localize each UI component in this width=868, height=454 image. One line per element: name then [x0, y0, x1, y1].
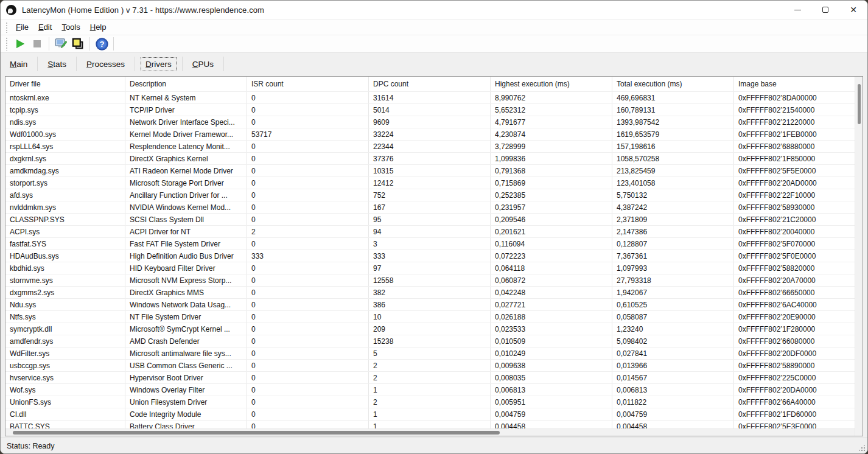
cell: ntoskrnl.exe [5, 92, 125, 103]
window-controls: ✕ [783, 1, 867, 19]
cell: usbccgp.sys [5, 360, 125, 371]
tab-processes[interactable]: Processes [82, 58, 129, 71]
table-row[interactable]: fastfat.SYSFast FAT File System Driver03… [5, 237, 855, 250]
cell: Wof.sys [5, 384, 125, 396]
cell: 0xFFFFF802’20A70000 [734, 274, 855, 286]
cell: symcryptk.dll [5, 323, 125, 335]
column-header-driver-file[interactable]: Driver file [5, 77, 125, 91]
maximize-button[interactable] [811, 1, 839, 19]
cell: NT File System Driver [125, 311, 247, 323]
table-row[interactable]: dxgmms2.sysDirectX Graphics MMS03820,042… [5, 286, 855, 298]
table-row[interactable]: amdfendr.sysAMD Crash Defender0152380,01… [5, 335, 855, 347]
cell: 0,026188 [491, 311, 612, 323]
menu-edit[interactable]: Edit [34, 21, 56, 33]
table-row[interactable]: afd.sysAncillary Function Driver for ...… [5, 189, 855, 201]
cell: 0,027721 [491, 299, 612, 310]
horizontal-scrollbar-thumb[interactable] [13, 431, 500, 435]
cell: 0,116094 [491, 238, 612, 250]
cell: 0xFFFFF802’20DF0000 [734, 347, 855, 359]
cell: Microsoft NVM Express Storp... [125, 274, 247, 286]
cell: 1,23240 [612, 323, 734, 335]
vertical-scrollbar[interactable] [855, 77, 863, 436]
cell: 0,011822 [612, 396, 734, 408]
menu-help[interactable]: Help [86, 21, 111, 33]
report-windows-button[interactable] [69, 36, 86, 52]
cell: 213,825459 [612, 165, 734, 176]
cell: 0,201621 [491, 226, 612, 237]
tab-stats[interactable]: Stats [43, 58, 71, 71]
play-icon [16, 40, 24, 48]
column-header-isr-count[interactable]: ISR count [247, 77, 369, 91]
tab-main[interactable]: Main [5, 58, 32, 71]
cell: 0xFFFFF802’58930000 [734, 201, 855, 213]
cell: 333 [247, 250, 369, 262]
table-row[interactable]: dxgkrnl.sysDirectX Graphics Kernel037376… [5, 152, 855, 164]
cell: 12558 [369, 274, 491, 286]
menu-tools[interactable]: Tools [57, 21, 84, 33]
cell: 0,008035 [491, 372, 612, 383]
minimize-button[interactable] [783, 1, 811, 19]
table-row[interactable]: ACPI.sysACPI Driver for NT2940,2016212,1… [5, 225, 855, 237]
close-icon: ✕ [850, 5, 857, 14]
toolbar-separator [49, 37, 49, 51]
start-monitor-button[interactable] [12, 36, 29, 52]
column-header-total-execution-ms[interactable]: Total execution (ms) [612, 77, 734, 91]
table-row[interactable]: storport.sysMicrosoft Storage Port Drive… [5, 176, 855, 189]
cell: 0,072223 [491, 250, 612, 262]
tab-cpus[interactable]: CPUs [188, 58, 218, 71]
table-row[interactable]: hvservice.sysHypervisor Boot Driver020,0… [5, 371, 855, 383]
menubar-gripper[interactable] [5, 22, 9, 33]
cell: 4,230874 [491, 128, 612, 140]
cell: 0xFFFFF802’66A40000 [734, 396, 855, 408]
help-button[interactable]: ? [93, 36, 110, 52]
cell: 10315 [369, 165, 491, 176]
table-row[interactable]: ntoskrnl.exeNT Kernel & System0316148,99… [5, 91, 855, 103]
table-row[interactable]: Ntfs.sysNT File System Driver0100,026188… [5, 310, 855, 323]
vertical-scrollbar-thumb[interactable] [858, 84, 861, 124]
column-header-description[interactable]: Description [125, 77, 247, 91]
cell: 167 [369, 201, 491, 213]
table-row[interactable]: nvlddmkm.sysNVIDIA Windows Kernel Mod...… [5, 201, 855, 213]
cell: Windows Network Data Usag... [125, 299, 247, 310]
tab-drivers[interactable]: Drivers [141, 57, 177, 71]
column-header-dpc-count[interactable]: DPC count [369, 77, 491, 91]
menu-file[interactable]: File [12, 21, 33, 33]
cell: ACPI.sys [5, 226, 125, 237]
table-row[interactable]: Wdf01000.sysKernel Mode Driver Framewor.… [5, 128, 855, 140]
toolbar-gripper[interactable] [5, 37, 9, 51]
cell: 333 [369, 250, 491, 262]
cell: Ancillary Function Driver for ... [125, 189, 247, 201]
cell: 0,006813 [612, 384, 734, 396]
table-row[interactable]: UnionFS.sysUnion Filesystem Driver020,00… [5, 396, 855, 408]
cell: 0 [247, 372, 369, 383]
stop-monitor-button[interactable] [29, 36, 46, 52]
menu-items: FileEditToolsHelp [12, 21, 111, 33]
resize-grip-icon[interactable] [859, 445, 865, 451]
table-row[interactable]: WdFilter.sysMicrosoft antimalware file s… [5, 347, 855, 359]
table-row[interactable]: ndis.sysNetwork Driver Interface Speci..… [5, 116, 855, 128]
table-row[interactable]: tcpip.sysTCP/IP Driver050145,652312160,7… [5, 103, 855, 116]
app-icon[interactable] [6, 5, 16, 15]
cell: DirectX Graphics Kernel [125, 153, 247, 164]
cell: 0xFFFFF802’68880000 [734, 141, 855, 152]
cell: 0 [247, 177, 369, 189]
cell: 0 [247, 238, 369, 250]
table-row[interactable]: stornvme.sysMicrosoft NVM Express Storp.… [5, 274, 855, 286]
cell: Microsoft® SymCrypt Kernel ... [125, 323, 247, 335]
table-row[interactable]: symcryptk.dllMicrosoft® SymCrypt Kernel … [5, 323, 855, 335]
table-row[interactable]: CLASSPNP.SYSSCSI Class System Dll0950,20… [5, 213, 855, 225]
table-row[interactable]: Ndu.sysWindows Network Data Usag...03860… [5, 298, 855, 310]
table-row[interactable]: rspLLL64.sysResplendence Latency Monit..… [5, 140, 855, 152]
cell: 2 [369, 372, 491, 383]
table-row[interactable]: kbdhid.sysHID Keyboard Filter Driver0970… [5, 262, 855, 274]
column-header-image-base[interactable]: Image base [734, 77, 855, 91]
table-row[interactable]: CI.dllCode Integrity Module010,0047590,0… [5, 408, 855, 420]
horizontal-scrollbar[interactable] [5, 428, 855, 436]
options-button[interactable] [52, 36, 69, 52]
table-row[interactable]: HDAudBus.sysHigh Definition Audio Bus Dr… [5, 250, 855, 262]
table-row[interactable]: Wof.sysWindows Overlay Filter010,0068130… [5, 383, 855, 396]
column-header-highest-execution-ms[interactable]: Highest execution (ms) [491, 77, 612, 91]
table-row[interactable]: amdkmdag.sysATI Radeon Kernel Mode Drive… [5, 164, 855, 176]
close-button[interactable]: ✕ [839, 1, 867, 19]
table-row[interactable]: usbccgp.sysUSB Common Class Generic ...0… [5, 359, 855, 371]
